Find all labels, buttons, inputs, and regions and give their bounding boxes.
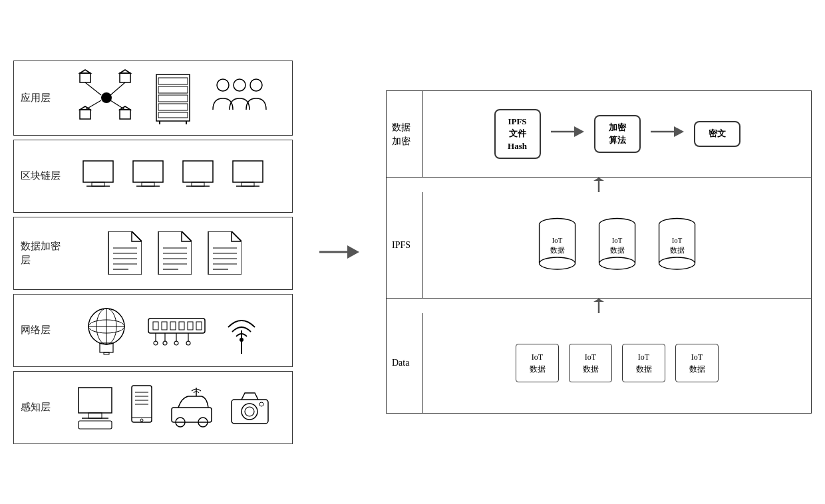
svg-point-97: [242, 404, 257, 420]
svg-rect-7: [80, 110, 90, 119]
data-content: IoT数据 IoT数据 IoT数据 IoT数据: [423, 313, 811, 413]
svg-rect-81: [79, 388, 112, 413]
svg-rect-68: [179, 322, 184, 330]
svg-marker-101: [347, 245, 359, 259]
svg-line-12: [110, 100, 125, 110]
perception-layer-label: 感知层: [21, 400, 61, 414]
ipfs-label: IPFS: [387, 192, 423, 298]
data-encryption-layer: 数据加密层: [13, 217, 293, 290]
svg-rect-84: [79, 421, 112, 429]
svg-rect-34: [242, 182, 254, 186]
svg-point-23: [250, 79, 262, 91]
svg-rect-10: [120, 110, 130, 119]
svg-point-112: [539, 257, 575, 269]
data-box-1: IoT数据: [516, 344, 559, 382]
svg-rect-18: [158, 112, 188, 118]
svg-marker-5: [120, 70, 130, 73]
data-box-3: IoT数据: [622, 344, 665, 382]
cylinder-1: IoT 数据: [534, 215, 581, 275]
svg-text:IoT: IoT: [611, 235, 622, 243]
ipfs-hash-box: IPFS文件Hash: [494, 109, 541, 159]
data-encryption-layer-label: 数据加密层: [21, 239, 61, 267]
encryption-label: 数据加密: [387, 91, 423, 177]
blockchain-layer: 区块链层: [13, 140, 293, 213]
switch-icon: [145, 305, 208, 355]
monitor-icon: [75, 384, 115, 431]
svg-point-0: [101, 92, 112, 103]
blockchain-layer-content: [61, 154, 285, 197]
data-section: Data IoT数据 IoT数据 IoT数据 IoT数据: [387, 313, 811, 413]
computer4-icon: [230, 158, 266, 194]
svg-marker-107: [593, 178, 604, 181]
svg-text:IoT: IoT: [552, 235, 562, 243]
perception-layer-content: [61, 381, 285, 434]
svg-text:数据: 数据: [669, 245, 684, 253]
svg-line-6: [110, 82, 125, 95]
svg-rect-69: [188, 322, 193, 330]
svg-rect-24: [83, 161, 113, 182]
svg-rect-30: [183, 161, 213, 182]
svg-line-3: [85, 82, 101, 95]
cylinder-3: IoT 数据: [654, 215, 701, 275]
svg-rect-27: [133, 161, 163, 182]
svg-rect-17: [158, 104, 188, 110]
data-encryption-layer-content: [61, 228, 285, 278]
svg-rect-28: [142, 182, 154, 186]
svg-rect-31: [192, 182, 204, 186]
network-layer: 网络层: [13, 294, 293, 367]
svg-marker-103: [574, 126, 584, 137]
svg-point-21: [217, 79, 229, 91]
svg-rect-66: [162, 322, 167, 330]
svg-point-99: [259, 402, 263, 406]
svg-rect-4: [120, 73, 130, 82]
svg-rect-82: [88, 413, 102, 418]
computer1-icon: [80, 158, 116, 194]
car-antenna-icon: [168, 384, 215, 431]
svg-marker-37: [132, 231, 142, 241]
computer3-icon: [180, 158, 216, 194]
left-architecture: 应用层: [13, 61, 293, 444]
svg-rect-13: [156, 74, 190, 121]
doc1-icon: [105, 231, 142, 275]
data-box-2: IoT数据: [569, 344, 612, 382]
data-label: Data: [387, 313, 423, 413]
blockchain-layer-label: 区块链层: [21, 169, 61, 183]
encrypt-algo-box: 加密算法: [594, 115, 641, 152]
server-rack-icon: [150, 71, 196, 124]
svg-text:数据: 数据: [609, 245, 624, 253]
ipfs-content: IoT 数据 IoT 数据: [423, 192, 811, 298]
svg-rect-1: [80, 73, 90, 82]
svg-point-87: [140, 419, 143, 422]
users-icon: [210, 73, 269, 123]
doc3-icon: [205, 231, 242, 275]
svg-point-126: [659, 257, 695, 269]
antenna-icon: [222, 304, 261, 357]
camera-icon: [228, 388, 271, 428]
cylinder-2: IoT 数据: [594, 215, 641, 275]
svg-rect-25: [92, 182, 104, 186]
app-layer: 应用层: [13, 61, 293, 136]
svg-text:数据: 数据: [550, 245, 564, 253]
svg-rect-65: [153, 322, 158, 330]
doc2-icon: [155, 231, 192, 275]
cipher-box: 密文: [694, 121, 741, 146]
app-layer-content: [61, 66, 285, 130]
computer2-icon: [130, 158, 166, 194]
up-arrow-ipfs: [387, 299, 811, 313]
svg-point-119: [599, 257, 635, 269]
svg-text:IoT: IoT: [671, 235, 682, 243]
ipfs-section: IPFS IoT 数据: [387, 192, 811, 299]
encryption-section: 数据加密 IPFS文件Hash 加密算法 密文: [387, 91, 811, 178]
smart-home-icon: [77, 70, 136, 126]
svg-marker-8: [80, 106, 90, 110]
svg-rect-67: [170, 322, 176, 330]
right-panel: 数据加密 IPFS文件Hash 加密算法 密文: [386, 90, 812, 414]
svg-rect-16: [158, 95, 188, 102]
app-layer-label: 应用层: [21, 91, 61, 105]
main-container: 应用层: [13, 61, 812, 444]
svg-marker-130: [593, 299, 604, 302]
enc-arrow-1: [551, 122, 584, 146]
svg-line-9: [85, 100, 101, 110]
up-arrow-enc: [387, 178, 811, 192]
globe-icon: [85, 305, 132, 355]
